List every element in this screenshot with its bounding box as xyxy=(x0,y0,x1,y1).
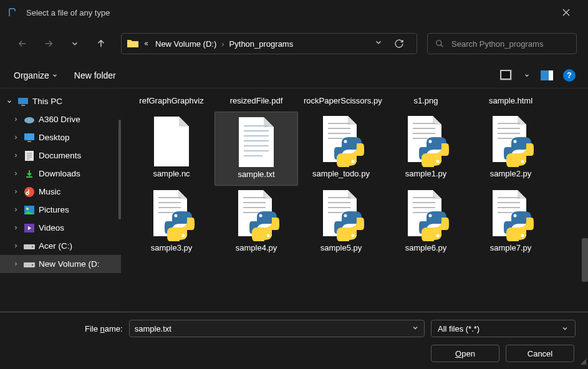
sidebar-item-a360-drive[interactable]: A360 Drive xyxy=(0,110,121,128)
file-tile[interactable]: rockPaperScissors.py xyxy=(299,91,383,112)
svg-point-21 xyxy=(429,140,432,143)
file-name: sample7.py xyxy=(490,243,531,254)
preview-pane-button[interactable] xyxy=(539,68,554,83)
filename-input[interactable] xyxy=(135,324,408,333)
refresh-button[interactable] xyxy=(387,33,412,54)
search-input[interactable] xyxy=(451,39,569,49)
recent-dropdown[interactable] xyxy=(64,32,86,55)
chevron-down-icon[interactable] xyxy=(5,98,14,105)
file-name: sample.txt xyxy=(238,170,274,180)
toolbar: Organize New folder ? xyxy=(0,62,588,89)
file-tile[interactable]: resizedFile.pdf xyxy=(214,91,298,112)
svg-rect-6 xyxy=(21,105,25,106)
file-icon xyxy=(486,117,536,166)
view-mode-button[interactable] xyxy=(499,68,514,83)
chevron-right-icon[interactable] xyxy=(11,261,20,267)
chevron-right-icon[interactable]: › xyxy=(221,39,224,49)
file-tile[interactable]: s1.png xyxy=(384,91,468,112)
file-icon xyxy=(147,191,196,241)
file-tile[interactable]: sample.html xyxy=(469,91,552,112)
sidebar-item-pictures[interactable]: Pictures xyxy=(0,201,121,219)
svg-point-25 xyxy=(175,214,178,217)
chevron-right-icon[interactable] xyxy=(11,135,20,140)
sidebar-item-acer-c-[interactable]: Acer (C:) xyxy=(0,237,121,255)
breadcrumb[interactable]: New Volume (D:) › Python_programs xyxy=(121,33,417,54)
file-tile[interactable]: sample5.py xyxy=(299,186,383,259)
svg-point-23 xyxy=(514,140,517,143)
sidebar: This PC A360 DriveDesktopDocumentsDownlo… xyxy=(0,89,121,312)
docs-icon xyxy=(24,150,35,161)
svg-point-7 xyxy=(24,117,34,123)
svg-rect-8 xyxy=(24,133,34,140)
file-name: sample.html xyxy=(489,96,533,107)
file-name: rockPaperScissors.py xyxy=(304,96,378,107)
chevron-left-small-icon[interactable] xyxy=(144,38,150,49)
up-button[interactable] xyxy=(90,32,112,55)
chevron-right-icon[interactable] xyxy=(11,225,20,231)
filename-combo[interactable] xyxy=(129,320,425,337)
close-button[interactable] xyxy=(552,2,581,22)
svg-point-19 xyxy=(344,140,347,143)
sidebar-item-documents[interactable]: Documents xyxy=(0,146,121,165)
sidebar-item-downloads[interactable]: Downloads xyxy=(0,165,121,183)
organize-button[interactable]: Organize xyxy=(12,68,59,83)
sidebar-item-videos[interactable]: Videos xyxy=(0,219,121,237)
file-type-filter[interactable]: All files (*.*) xyxy=(431,320,576,337)
file-icon xyxy=(316,191,366,241)
file-tile[interactable]: sample7.py xyxy=(469,186,552,259)
file-tile[interactable]: sample.nc xyxy=(130,112,213,186)
svg-rect-17 xyxy=(24,262,35,267)
cancel-button[interactable]: Cancel xyxy=(506,345,574,362)
sidebar-item-music[interactable]: Music xyxy=(0,183,121,201)
chevron-right-icon[interactable] xyxy=(11,153,20,158)
sidebar-root-this-pc[interactable]: This PC xyxy=(0,92,121,110)
file-icon xyxy=(486,191,536,241)
filegrid-scrollbar[interactable] xyxy=(582,238,588,282)
breadcrumb-segment-1[interactable]: Python_programs xyxy=(227,38,296,50)
window-title: Select a file of any type xyxy=(26,8,552,17)
file-tile[interactable]: refGraphGraphviz xyxy=(130,91,213,112)
chevron-right-icon[interactable] xyxy=(11,117,20,122)
desktop-icon xyxy=(24,132,35,143)
new-folder-button[interactable]: New folder xyxy=(73,68,117,83)
sidebar-item-desktop[interactable]: Desktop xyxy=(0,128,121,146)
search-box[interactable] xyxy=(427,33,577,54)
chevron-right-icon[interactable] xyxy=(11,243,20,249)
file-tile[interactable]: sample3.py xyxy=(130,186,213,259)
breadcrumb-dropdown[interactable] xyxy=(370,38,387,49)
chevron-right-icon[interactable] xyxy=(11,189,20,194)
filename-dropdown[interactable] xyxy=(408,323,419,334)
file-icon xyxy=(401,117,451,166)
file-name: sample3.py xyxy=(151,243,192,254)
svg-rect-15 xyxy=(24,244,35,249)
back-button[interactable] xyxy=(11,32,34,55)
help-button[interactable]: ? xyxy=(563,69,576,82)
file-name: sample2.py xyxy=(490,169,531,180)
file-tile[interactable]: sample_todo.py xyxy=(299,112,383,186)
open-button[interactable]: Open xyxy=(431,345,499,362)
breadcrumb-segment-0[interactable]: New Volume (D:) xyxy=(153,38,219,50)
svg-rect-2 xyxy=(501,71,510,79)
sidebar-item-new-volume-d-[interactable]: New Volume (D: xyxy=(0,255,121,273)
file-name: sample_todo.py xyxy=(312,169,370,180)
file-grid[interactable]: refGraphGraphvizresizedFile.pdfrockPaper… xyxy=(121,89,588,312)
forward-button[interactable] xyxy=(37,32,60,55)
file-tile[interactable]: sample4.py xyxy=(214,186,298,259)
svg-point-26 xyxy=(182,234,185,237)
file-tile[interactable]: sample2.py xyxy=(469,112,552,186)
folder-icon xyxy=(127,39,139,49)
file-tile[interactable]: sample.txt xyxy=(214,112,298,186)
resize-grip[interactable] xyxy=(579,357,587,368)
svg-rect-18 xyxy=(32,264,33,266)
svg-rect-16 xyxy=(32,246,33,247)
file-tile[interactable]: sample6.py xyxy=(384,186,468,259)
view-dropdown[interactable] xyxy=(523,68,531,83)
file-tile[interactable]: sample1.py xyxy=(384,112,468,186)
file-icon xyxy=(316,117,366,166)
chevron-right-icon[interactable] xyxy=(11,171,20,176)
svg-point-27 xyxy=(259,214,263,217)
chevron-right-icon[interactable] xyxy=(11,207,20,213)
svg-point-33 xyxy=(514,214,517,217)
filename-label: File name: xyxy=(85,324,123,333)
svg-point-20 xyxy=(352,160,355,163)
